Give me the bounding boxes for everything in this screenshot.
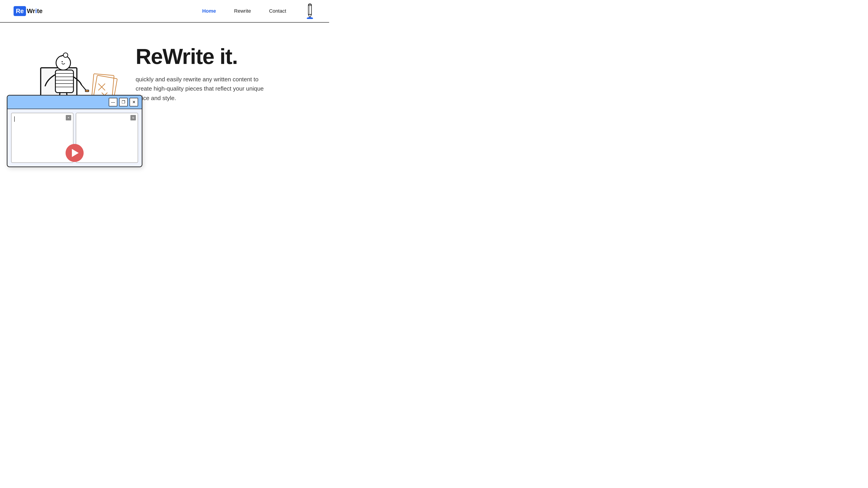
hero-title: ReWrite it. (135, 45, 315, 68)
close-button[interactable]: ✕ (129, 98, 138, 106)
nav-home[interactable]: Home (202, 8, 216, 14)
copy-icon[interactable]: ⧉ (130, 115, 136, 121)
clear-icon[interactable]: ✕ (66, 115, 71, 121)
app-window: — ❐ ✕ ✕ ⧉ (7, 95, 143, 167)
svg-point-10 (63, 53, 68, 57)
header: Re Write Home Rewrite Contact (0, 0, 329, 23)
maximize-button[interactable]: ❐ (119, 98, 128, 106)
text-cursor (14, 116, 15, 122)
illustration-container: — ❐ ✕ ✕ ⧉ (16, 50, 124, 163)
output-textbox[interactable]: ⧉ (76, 113, 138, 163)
hero-section: — ❐ ✕ ✕ ⧉ (0, 23, 329, 185)
play-button[interactable] (66, 144, 84, 162)
pen-icon-button[interactable] (304, 3, 315, 19)
hero-illustration: — ❐ ✕ ✕ ⧉ (13, 32, 127, 185)
logo[interactable]: Re Write (13, 6, 42, 16)
minimize-button[interactable]: — (109, 98, 117, 106)
svg-point-3 (307, 17, 313, 19)
logo-write: Write (27, 7, 43, 15)
hero-subtitle: quickly and easily rewrite any written c… (135, 75, 267, 103)
hero-content: ReWrite it. quickly and easily rewrite a… (127, 32, 315, 185)
window-titlebar: — ❐ ✕ (7, 96, 142, 109)
logo-te: te (37, 7, 42, 14)
svg-rect-19 (85, 90, 89, 92)
nav-rewrite[interactable]: Rewrite (234, 8, 251, 14)
svg-point-9 (56, 56, 70, 70)
play-triangle-icon (72, 149, 79, 157)
nav-contact[interactable]: Contact (269, 8, 286, 14)
logo-re: Re (13, 6, 26, 16)
input-textbox[interactable]: ✕ (11, 113, 73, 163)
svg-point-11 (62, 61, 63, 62)
navigation: Home Rewrite Contact (202, 3, 315, 19)
logo-wr: Wr (27, 7, 35, 14)
